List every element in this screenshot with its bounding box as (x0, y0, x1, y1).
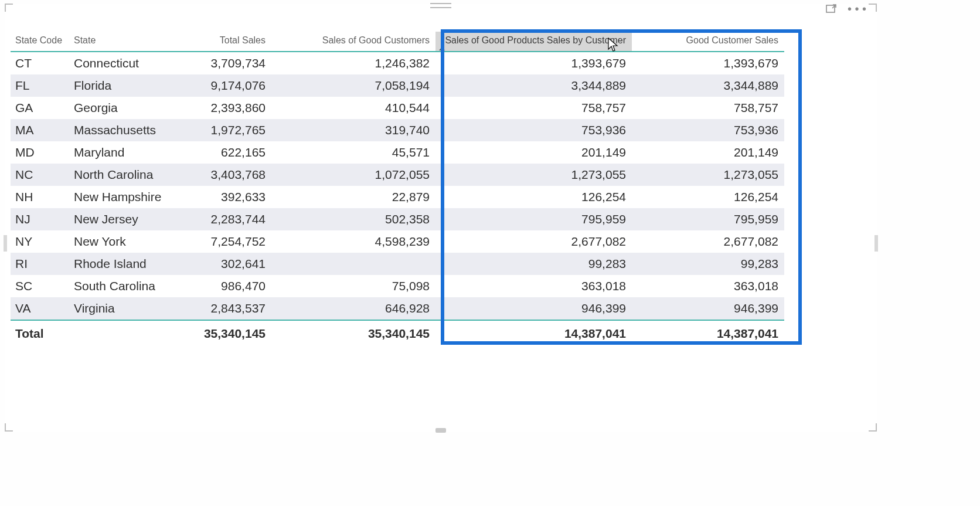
cell-state: Virginia (69, 297, 183, 320)
cell-cust_sales: 758,757 (632, 97, 784, 119)
col-header-good-customer-sales[interactable]: Good Customer Sales (632, 32, 784, 52)
cell-good_cust: 7,058,194 (271, 74, 435, 97)
cell-total_sales: 3,709,734 (183, 52, 271, 74)
totals-total-sales: 35,340,145 (183, 320, 271, 347)
cell-state: Massachusetts (69, 119, 183, 141)
cell-good_cust: 1,246,382 (271, 52, 435, 74)
sales-by-state-table: State Code State Total Sales Sales of Go… (11, 32, 784, 347)
cell-total_sales: 2,393,860 (183, 97, 271, 119)
resize-handle-top-left[interactable] (5, 4, 13, 12)
cell-total_sales: 3,403,768 (183, 164, 271, 186)
col-header-good-customers[interactable]: Sales of Good Customers (271, 32, 435, 52)
cell-good_cust: 45,571 (271, 141, 435, 164)
resize-handle-bottom-left[interactable] (5, 423, 13, 432)
cell-good_prod: 753,936 (435, 119, 632, 141)
cell-good_prod: 1,273,055 (435, 164, 632, 186)
table-row[interactable]: GAGeorgia2,393,860410,544758,757758,757 (11, 97, 784, 119)
cell-good_cust: 646,928 (271, 297, 435, 320)
visual-header: • • • (825, 3, 866, 15)
cell-code: NJ (11, 208, 69, 230)
col-header-good-products[interactable]: Sales of Good Products Sales by Customer (435, 32, 632, 52)
table-row[interactable]: NJNew Jersey2,283,744502,358795,959795,9… (11, 208, 784, 230)
svg-rect-0 (826, 5, 835, 12)
cell-cust_sales: 126,254 (632, 186, 784, 208)
totals-good-cust: 35,340,145 (271, 320, 435, 347)
cell-cust_sales: 753,936 (632, 119, 784, 141)
totals-label: Total (11, 320, 69, 347)
table-row[interactable]: NYNew York7,254,7524,598,2392,677,0822,6… (11, 230, 784, 253)
cell-good_cust: 4,598,239 (271, 230, 435, 253)
more-options-icon[interactable]: • • • (848, 3, 866, 15)
cell-good_prod: 758,757 (435, 97, 632, 119)
resize-handle-left[interactable] (4, 235, 7, 252)
cell-cust_sales: 946,399 (632, 297, 784, 320)
focus-mode-icon[interactable] (825, 3, 837, 15)
cell-good_prod: 126,254 (435, 186, 632, 208)
cell-cust_sales: 795,959 (632, 208, 784, 230)
table-row[interactable]: CTConnecticut3,709,7341,246,3821,393,679… (11, 52, 784, 74)
cell-good_cust: 319,740 (271, 119, 435, 141)
cell-good_cust: 75,098 (271, 275, 435, 297)
resize-handle-top-right[interactable] (869, 4, 877, 12)
cell-state: Georgia (69, 97, 183, 119)
cell-state: New Hampshire (69, 186, 183, 208)
table-row[interactable]: SCSouth Carolina986,47075,098363,018363,… (11, 275, 784, 297)
cell-good_cust: 22,879 (271, 186, 435, 208)
cell-state: Rhode Island (69, 253, 183, 275)
cell-good_cust: 410,544 (271, 97, 435, 119)
cell-cust_sales: 3,344,889 (632, 74, 784, 97)
horizontal-scroll-thumb[interactable] (435, 428, 446, 433)
cell-total_sales: 2,843,537 (183, 297, 271, 320)
visual-drag-grip[interactable] (430, 3, 451, 8)
cell-state: Maryland (69, 141, 183, 164)
cell-total_sales: 392,633 (183, 186, 271, 208)
cell-good_cust: 502,358 (271, 208, 435, 230)
table-visual-frame[interactable]: • • • State Code State Total Sales Sales… (5, 4, 877, 432)
cell-total_sales: 1,972,765 (183, 119, 271, 141)
cell-good_cust: 1,072,055 (271, 164, 435, 186)
resize-handle-bottom-right[interactable] (869, 423, 877, 432)
cell-state: South Carolina (69, 275, 183, 297)
totals-good-prod: 14,387,041 (435, 320, 632, 347)
table-row[interactable]: VAVirginia2,843,537646,928946,399946,399 (11, 297, 784, 320)
table-row[interactable]: MAMassachusetts1,972,765319,740753,93675… (11, 119, 784, 141)
table-row[interactable]: MDMaryland622,16545,571201,149201,149 (11, 141, 784, 164)
cell-cust_sales: 99,283 (632, 253, 784, 275)
cell-good_prod: 3,344,889 (435, 74, 632, 97)
cell-good_prod: 2,677,082 (435, 230, 632, 253)
table-row[interactable]: NHNew Hampshire392,63322,879126,254126,2… (11, 186, 784, 208)
cell-state: New Jersey (69, 208, 183, 230)
cell-total_sales: 9,174,076 (183, 74, 271, 97)
col-header-total-sales[interactable]: Total Sales (183, 32, 271, 52)
cell-code: NC (11, 164, 69, 186)
cell-state: Florida (69, 74, 183, 97)
table-header-row: State Code State Total Sales Sales of Go… (11, 32, 784, 52)
cell-code: SC (11, 275, 69, 297)
cell-cust_sales: 1,273,055 (632, 164, 784, 186)
cell-code: MA (11, 119, 69, 141)
col-header-state[interactable]: State (69, 32, 183, 52)
cell-good_prod: 99,283 (435, 253, 632, 275)
cell-state: New York (69, 230, 183, 253)
cell-cust_sales: 2,677,082 (632, 230, 784, 253)
cell-good_prod: 1,393,679 (435, 52, 632, 74)
cell-code: FL (11, 74, 69, 97)
totals-cust-sales: 14,387,041 (632, 320, 784, 347)
table-row[interactable]: NCNorth Carolina3,403,7681,072,0551,273,… (11, 164, 784, 186)
col-header-state-code[interactable]: State Code (11, 32, 69, 52)
cell-state: North Carolina (69, 164, 183, 186)
cell-code: CT (11, 52, 69, 74)
cell-good_prod: 201,149 (435, 141, 632, 164)
cell-code: MD (11, 141, 69, 164)
cell-cust_sales: 201,149 (632, 141, 784, 164)
cell-cust_sales: 363,018 (632, 275, 784, 297)
cell-good_cust (271, 253, 435, 275)
cell-total_sales: 302,641 (183, 253, 271, 275)
table-row[interactable]: FLFlorida9,174,0767,058,1943,344,8893,34… (11, 74, 784, 97)
cell-good_prod: 946,399 (435, 297, 632, 320)
resize-handle-right[interactable] (874, 235, 878, 252)
cell-good_prod: 795,959 (435, 208, 632, 230)
table-row[interactable]: RIRhode Island302,64199,28399,283 (11, 253, 784, 275)
cell-code: NY (11, 230, 69, 253)
table-body: CTConnecticut3,709,7341,246,3821,393,679… (11, 52, 784, 320)
